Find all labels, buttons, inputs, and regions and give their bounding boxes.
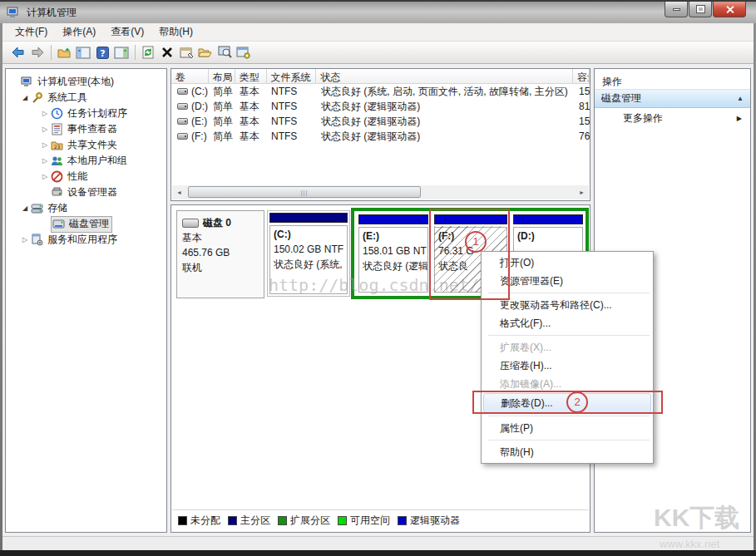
refresh-icon <box>141 46 155 59</box>
scroll-right-button[interactable]: ► <box>575 185 589 199</box>
volume-row-f[interactable]: (F:) 简单 基本 NTFS 状态良好 (逻辑驱动器) 76 <box>171 129 590 144</box>
help-button[interactable]: ? <box>93 43 111 62</box>
disk-legend: 未分配 主分区 扩展分区 可用空间 逻辑驱动器 <box>172 509 589 531</box>
title-bar[interactable]: 计算机管理 <box>0 2 756 23</box>
tree-item-computer-management[interactable]: 计算机管理(本地) <box>6 74 166 90</box>
column-header-filesystem[interactable]: 文件系统 <box>267 69 317 83</box>
menu-help[interactable]: 帮助(H) <box>151 23 200 41</box>
delete-button[interactable] <box>158 43 176 62</box>
partition-status: 状态良好 (逻辑 <box>363 258 424 273</box>
action-pane-button[interactable] <box>112 43 131 62</box>
menu-separator <box>488 293 650 293</box>
up-folder-button[interactable] <box>55 43 73 62</box>
expand-collapse-icon[interactable]: ◢ <box>19 94 31 101</box>
expand-collapse-icon[interactable]: ▷ <box>39 141 51 149</box>
menu-item-explorer[interactable]: 资源管理器(E) <box>483 272 651 290</box>
legend-swatch <box>228 516 237 525</box>
manage-button[interactable] <box>235 43 253 62</box>
tree-item-task-scheduler[interactable]: ▷ 任务计划程序 <box>6 106 166 121</box>
forward-button[interactable] <box>28 43 47 62</box>
up-folder-icon <box>57 47 72 59</box>
scrollbar-thumb[interactable]: ||| <box>188 186 421 198</box>
back-button[interactable] <box>9 43 27 62</box>
window-title: 计算机管理 <box>27 6 77 20</box>
menu-item-open[interactable]: 打开(O) <box>483 253 651 272</box>
forward-icon <box>30 46 45 59</box>
display-button[interactable] <box>215 43 234 62</box>
more-actions-item[interactable]: 更多操作 ▶ <box>595 108 750 128</box>
menu-file[interactable]: 文件(F) <box>7 23 55 41</box>
actions-section-disk-management[interactable]: 磁盘管理 ▲ <box>595 89 750 108</box>
column-header-volume[interactable]: 卷 <box>171 69 209 83</box>
volume-status: 状态良好 (逻辑驱动器) <box>317 115 575 129</box>
restore-button[interactable] <box>689 2 712 17</box>
window-frame-bottom <box>0 550 756 556</box>
close-button[interactable] <box>713 2 746 17</box>
legend-swatch <box>278 516 287 525</box>
expand-collapse-icon[interactable]: ▷ <box>39 110 51 117</box>
column-header-capacity[interactable]: 容量 <box>573 69 590 83</box>
volume-type: 基本 <box>235 130 267 144</box>
menu-item-shrink-volume[interactable]: 压缩卷(H)... <box>483 357 651 375</box>
expand-collapse-icon[interactable]: ▷ <box>39 125 51 133</box>
menu-item-delete-volume[interactable]: 删除卷(D)... <box>483 393 651 413</box>
expand-collapse-icon[interactable]: ▷ <box>39 173 51 180</box>
menu-item-change-drive-letter[interactable]: 更改驱动器号和路径(C)... <box>483 296 651 314</box>
performance-icon <box>51 170 63 183</box>
svg-text:?: ? <box>100 47 105 58</box>
legend-free-space: 可用空间 <box>338 514 390 528</box>
app-icon <box>7 6 20 19</box>
tree-item-storage[interactable]: ◢ 存储 <box>6 200 166 216</box>
menu-item-properties[interactable]: 属性(P) <box>483 419 651 437</box>
tree-label: 性能 <box>67 170 87 184</box>
tree-item-device-manager[interactable]: 设备管理器 <box>6 185 166 200</box>
tree-item-disk-management[interactable]: 磁盘管理 <box>6 216 166 232</box>
tree-item-event-viewer[interactable]: ▷ 事件查看器 <box>6 121 166 137</box>
tree-label: 存储 <box>47 201 67 215</box>
expand-collapse-icon[interactable]: ▷ <box>39 157 51 165</box>
refresh-button[interactable] <box>139 43 157 62</box>
expand-collapse-icon[interactable]: ◢ <box>19 204 31 212</box>
menu-action[interactable]: 操作(A) <box>55 23 103 41</box>
tree-item-system-tools[interactable]: ◢ 系统工具 <box>6 90 166 106</box>
disk0-info-box[interactable]: 磁盘 0 基本 465.76 GB 联机 <box>176 210 264 298</box>
column-header-layout[interactable]: 布局 <box>209 69 235 83</box>
menu-item-help[interactable]: 帮助(H) <box>483 443 651 461</box>
tree-item-services-applications[interactable]: ▷ 服务和应用程序 <box>6 232 166 248</box>
console-tree-button[interactable] <box>74 43 92 62</box>
tree-item-performance[interactable]: ▷ 性能 <box>6 169 166 185</box>
menu-item-extend-volume: 扩展卷(X)... <box>483 338 651 357</box>
legend-swatch <box>178 516 187 525</box>
scrollbar-track[interactable]: ||| <box>186 185 575 199</box>
display-icon <box>218 46 232 59</box>
partition-c-color-bar <box>269 213 348 223</box>
column-header-status[interactable]: 状态 <box>316 69 573 83</box>
open-folder-button[interactable] <box>196 43 215 62</box>
collapse-arrow-icon[interactable]: ▲ <box>737 95 744 102</box>
restore-icon <box>697 6 704 12</box>
scroll-left-button[interactable]: ◄ <box>172 185 186 199</box>
volume-row-c[interactable]: (C:) 简单 基本 NTFS 状态良好 (系统, 启动, 页面文件, 活动, … <box>171 84 590 99</box>
horizontal-scrollbar[interactable]: ◄ ||| ► <box>172 185 589 199</box>
services-icon <box>31 234 43 246</box>
legend-swatch <box>338 516 347 525</box>
partition-status: 状态良好 (系统, <box>274 257 343 272</box>
drive-icon <box>177 88 188 95</box>
column-header-type[interactable]: 类型 <box>235 69 267 83</box>
section-label: 磁盘管理 <box>601 91 737 106</box>
minimize-button[interactable] <box>665 2 688 17</box>
menu-view[interactable]: 查看(V) <box>103 23 151 41</box>
computer-icon <box>21 76 33 88</box>
toolbar: ? <box>2 42 754 64</box>
tree-item-shared-folders[interactable]: ▷ 23 共享文件夹 <box>6 137 166 153</box>
volume-row-d[interactable]: (D:) 简单 基本 NTFS 状态良好 (逻辑驱动器) 81 <box>171 99 590 114</box>
help-icon: ? <box>96 47 109 59</box>
more-actions-label: 更多操作 <box>623 111 737 125</box>
volume-row-e[interactable]: (E:) 简单 基本 NTFS 状态良好 (逻辑驱动器) 15 <box>171 114 590 129</box>
properties-button[interactable] <box>177 43 195 62</box>
menu-item-format[interactable]: 格式化(F)... <box>483 314 651 332</box>
expand-collapse-icon[interactable]: ▷ <box>19 236 31 244</box>
shared-folders-icon: 23 <box>51 139 63 151</box>
partition-e-color-bar <box>358 214 428 224</box>
tree-item-local-users-groups[interactable]: ▷ 本地用户和组 <box>6 153 166 169</box>
